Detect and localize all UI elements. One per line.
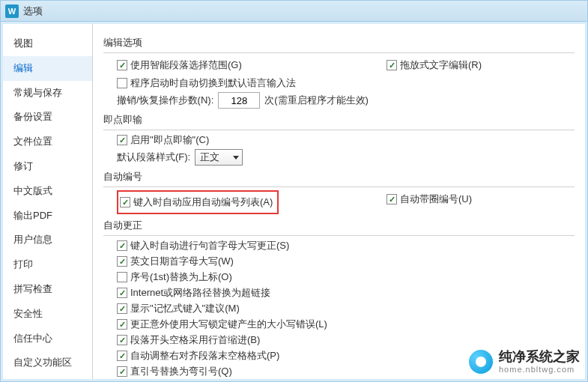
- label-autocorrect-2: 序号(1st)替换为上标(O): [130, 270, 232, 284]
- sidebar-item-spellcheck[interactable]: 拼写检查: [3, 277, 92, 302]
- label-autocorrect-8: 直引号替换为弯引号(Q): [130, 365, 232, 378]
- checkbox-autocorrect-7[interactable]: [117, 351, 127, 361]
- label-drag-edit: 拖放式文字编辑(R): [400, 58, 482, 72]
- label-auto-list: 键入时自动应用自动编号列表(A): [133, 195, 273, 209]
- label-auto-circle: 自动带圈编号(U): [400, 192, 472, 206]
- watermark-sub: home.nbltwg.com: [499, 365, 580, 374]
- label-autocorrect-3: Internet或网络路径替换为超链接: [130, 286, 270, 300]
- sidebar-item-backup[interactable]: 备份设置: [3, 105, 92, 130]
- label-autocorrect-7: 自动调整右对齐段落末空格格式(P): [130, 349, 279, 363]
- label-autocorrect-5: 更正意外使用大写锁定键产生的大小写错误(L): [130, 318, 327, 331]
- combo-default-style-value: 正文: [200, 151, 219, 164]
- label-autocorrect-0: 键入时自动进行句首字母大写更正(S): [130, 239, 289, 252]
- divider: [103, 235, 575, 236]
- app-icon: W: [5, 4, 19, 18]
- label-enable-click-type: 启用"即点即输"(C): [130, 133, 209, 147]
- checkbox-autocorrect-0[interactable]: [117, 240, 127, 251]
- sidebar-item-customize-ribbon[interactable]: 自定义功能区: [3, 351, 92, 375]
- watermark-icon: [469, 350, 493, 374]
- checkbox-autocorrect-5[interactable]: [117, 319, 127, 330]
- divider: [103, 52, 575, 53]
- content-panel: 编辑选项 使用智能段落选择范围(G) 拖放式文字编辑(R): [93, 24, 585, 379]
- sidebar-item-revision[interactable]: 修订: [3, 154, 92, 179]
- sidebar-item-output-pdf[interactable]: 输出PDF: [3, 204, 92, 228]
- sidebar-item-chinese-layout[interactable]: 中文版式: [3, 179, 92, 204]
- input-undo-steps[interactable]: [218, 92, 260, 109]
- group-auto-number: 自动编号: [103, 170, 575, 184]
- label-undo-suffix: 次(需重启程序才能生效): [264, 94, 369, 107]
- sidebar-item-edit[interactable]: 编辑: [3, 56, 92, 81]
- titlebar: W 选项: [1, 1, 587, 22]
- sidebar-item-quick-access[interactable]: 快速访问工具栏: [3, 375, 92, 379]
- checkbox-auto-switch-ime[interactable]: [117, 78, 127, 88]
- group-click-type: 即点即输: [103, 113, 575, 127]
- label-autocorrect-1: 英文日期首字母大写(W): [130, 255, 234, 268]
- sidebar-item-file-location[interactable]: 文件位置: [3, 130, 92, 154]
- divider: [103, 130, 575, 130]
- sidebar-item-view[interactable]: 视图: [3, 31, 92, 56]
- checkbox-auto-circle[interactable]: [387, 194, 397, 204]
- window-title: 选项: [23, 4, 43, 18]
- label-autocorrect-4: 显示"记忆式键入"建议(M): [130, 302, 240, 315]
- checkbox-enable-click-type[interactable]: [117, 135, 127, 145]
- label-default-style: 默认段落样式(F):: [117, 151, 190, 164]
- checkbox-smart-select[interactable]: [117, 60, 127, 70]
- sidebar-item-trust-center[interactable]: 信任中心: [3, 327, 92, 351]
- divider: [103, 187, 575, 187]
- highlight-auto-list: 键入时自动应用自动编号列表(A): [117, 190, 279, 214]
- checkbox-autocorrect-6[interactable]: [117, 335, 127, 345]
- sidebar-item-security[interactable]: 安全性: [3, 302, 92, 327]
- checkbox-autocorrect-1[interactable]: [117, 256, 127, 267]
- label-auto-switch-ime: 程序启动时自动切换到默认语言输入法: [130, 76, 296, 90]
- watermark: 纯净系统之家 home.nbltwg.com: [469, 350, 580, 374]
- group-autocorrect: 自动更正: [103, 219, 575, 232]
- sidebar-item-user-info[interactable]: 用户信息: [3, 228, 92, 252]
- label-smart-select: 使用智能段落选择范围(G): [130, 58, 242, 72]
- group-edit-options: 编辑选项: [103, 36, 575, 49]
- checkbox-drag-edit[interactable]: [387, 60, 397, 70]
- label-undo-steps: 撤销/恢复操作步数(N):: [117, 94, 213, 107]
- sidebar-item-print[interactable]: 打印: [3, 252, 92, 277]
- sidebar-item-general-save[interactable]: 常规与保存: [3, 81, 92, 106]
- checkbox-autocorrect-2[interactable]: [117, 272, 127, 282]
- sidebar: 视图 编辑 常规与保存 备份设置 文件位置 修订 中文版式 输出PDF 用户信息…: [3, 24, 93, 379]
- checkbox-autocorrect-8[interactable]: [117, 366, 127, 377]
- label-autocorrect-6: 段落开头空格采用行首缩进(B): [130, 333, 260, 347]
- checkbox-auto-list[interactable]: [120, 197, 130, 207]
- chevron-down-icon: [233, 156, 239, 160]
- combo-default-style[interactable]: 正文: [195, 149, 243, 166]
- checkbox-autocorrect-3[interactable]: [117, 288, 127, 298]
- checkbox-autocorrect-4[interactable]: [117, 303, 127, 314]
- watermark-main: 纯净系统之家: [499, 350, 580, 365]
